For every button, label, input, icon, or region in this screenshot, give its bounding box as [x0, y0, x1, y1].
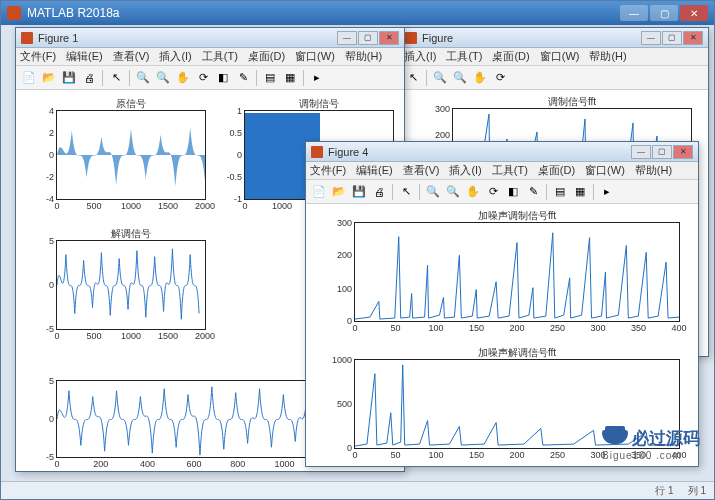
menu-window[interactable]: 窗口(W) — [540, 49, 580, 64]
more-icon[interactable]: ▸ — [308, 69, 326, 87]
figure-toolbar: 📄 📂 💾 🖨 ↖ 🔍 🔍 ✋ ⟳ ◧ ✎ ▤ ▦ ▸ — [306, 180, 698, 204]
matlab-main-window: MATLAB R2018a — ▢ ✕ Figure — ▢ ✕ 插入(I) 工… — [0, 0, 715, 500]
print-icon[interactable]: 🖨 — [370, 183, 388, 201]
zoom-out-icon[interactable]: 🔍 — [444, 183, 462, 201]
new-icon[interactable]: 📄 — [310, 183, 328, 201]
minimize-button[interactable]: — — [620, 5, 648, 21]
new-icon[interactable]: 📄 — [20, 69, 38, 87]
rotate-icon[interactable]: ⟳ — [491, 69, 509, 87]
menu-edit[interactable]: 编辑(E) — [66, 49, 103, 64]
axes-title: 调制信号fft — [453, 95, 691, 109]
colorbar-icon[interactable]: ▦ — [281, 69, 299, 87]
legend-icon[interactable]: ▤ — [261, 69, 279, 87]
minimize-button[interactable]: — — [337, 31, 357, 45]
figure-menubar: 插入(I) 工具(T) 桌面(D) 窗口(W) 帮助(H) — [400, 48, 708, 66]
rotate-icon[interactable]: ⟳ — [194, 69, 212, 87]
print-icon[interactable]: 🖨 — [80, 69, 98, 87]
zoom-out-icon[interactable]: 🔍 — [451, 69, 469, 87]
menu-insert[interactable]: 插入(I) — [404, 49, 436, 64]
minimize-button[interactable]: — — [631, 145, 651, 159]
maximize-button[interactable]: ▢ — [650, 5, 678, 21]
pointer-icon[interactable]: ↖ — [107, 69, 125, 87]
pointer-icon[interactable]: ↖ — [397, 183, 415, 201]
legend-icon[interactable]: ▤ — [551, 183, 569, 201]
menu-desktop[interactable]: 桌面(D) — [248, 49, 285, 64]
rotate-icon[interactable]: ⟳ — [484, 183, 502, 201]
menu-desktop[interactable]: 桌面(D) — [538, 163, 575, 178]
menu-tools[interactable]: 工具(T) — [202, 49, 238, 64]
open-icon[interactable]: 📂 — [330, 183, 348, 201]
menu-help[interactable]: 帮助(H) — [589, 49, 626, 64]
zoom-in-icon[interactable]: 🔍 — [134, 69, 152, 87]
menu-file[interactable]: 文件(F) — [310, 163, 346, 178]
menu-tools[interactable]: 工具(T) — [446, 49, 482, 64]
axes-noisy-mod-fft[interactable]: 加噪声调制信号fft 3002001000 050100150200250300… — [354, 222, 680, 322]
figure-4-window[interactable]: Figure 4 — ▢ ✕ 文件(F) 编辑(E) 查看(V) 插入(I) 工… — [305, 141, 699, 467]
axes-title: 加噪声调制信号fft — [355, 209, 679, 223]
menu-file[interactable]: 文件(F) — [20, 49, 56, 64]
axes-demod[interactable]: 解调信号 50-5 0500100015002000 — [56, 240, 206, 330]
menu-tools[interactable]: 工具(T) — [492, 163, 528, 178]
save-icon[interactable]: 💾 — [350, 183, 368, 201]
zoom-out-icon[interactable]: 🔍 — [154, 69, 172, 87]
close-button[interactable]: ✕ — [683, 31, 703, 45]
menu-edit[interactable]: 编辑(E) — [356, 163, 393, 178]
figure-title: Figure 1 — [38, 32, 78, 44]
window-buttons: — ▢ ✕ — [620, 5, 708, 21]
axes-original[interactable]: 原信号 420-2-4 0500100015002000 — [56, 110, 206, 200]
axes-title: 原信号 — [57, 97, 205, 111]
menu-desktop[interactable]: 桌面(D) — [492, 49, 529, 64]
menu-insert[interactable]: 插入(I) — [159, 49, 191, 64]
plot-line — [57, 111, 205, 199]
status-bar: 行 1 列 1 — [1, 481, 714, 499]
menu-view[interactable]: 查看(V) — [113, 49, 150, 64]
minimize-button[interactable]: — — [641, 31, 661, 45]
pan-icon[interactable]: ✋ — [174, 69, 192, 87]
figure-menubar: 文件(F) 编辑(E) 查看(V) 插入(I) 工具(T) 桌面(D) 窗口(W… — [306, 162, 698, 180]
plot-line — [355, 223, 679, 321]
menu-window[interactable]: 窗口(W) — [585, 163, 625, 178]
figure-icon — [21, 32, 33, 44]
figure-titlebar[interactable]: Figure — ▢ ✕ — [400, 28, 708, 48]
plot-line — [57, 241, 205, 329]
app-title: MATLAB R2018a — [27, 6, 120, 20]
more-icon[interactable]: ▸ — [598, 183, 616, 201]
datatip-icon[interactable]: ◧ — [504, 183, 522, 201]
brush-icon[interactable]: ✎ — [524, 183, 542, 201]
open-icon[interactable]: 📂 — [40, 69, 58, 87]
save-icon[interactable]: 💾 — [60, 69, 78, 87]
pan-icon[interactable]: ✋ — [464, 183, 482, 201]
menu-insert[interactable]: 插入(I) — [449, 163, 481, 178]
zoom-in-icon[interactable]: 🔍 — [431, 69, 449, 87]
axes-title: 调制信号 — [245, 97, 393, 111]
figure-icon — [311, 146, 323, 158]
plot-line — [57, 381, 331, 457]
close-button[interactable]: ✕ — [673, 145, 693, 159]
zoom-in-icon[interactable]: 🔍 — [424, 183, 442, 201]
figure-toolbar: ↖ 🔍 🔍 ✋ ⟳ — [400, 66, 708, 90]
figure-title: Figure 4 — [328, 146, 368, 158]
menu-window[interactable]: 窗口(W) — [295, 49, 335, 64]
cap-icon — [602, 430, 628, 444]
colorbar-icon[interactable]: ▦ — [571, 183, 589, 201]
pan-icon[interactable]: ✋ — [471, 69, 489, 87]
matlab-icon — [7, 6, 21, 20]
menu-help[interactable]: 帮助(H) — [345, 49, 382, 64]
figure-titlebar[interactable]: Figure 4 — ▢ ✕ — [306, 142, 698, 162]
maximize-button[interactable]: ▢ — [652, 145, 672, 159]
menu-help[interactable]: 帮助(H) — [635, 163, 672, 178]
maximize-button[interactable]: ▢ — [662, 31, 682, 45]
brush-icon[interactable]: ✎ — [234, 69, 252, 87]
datatip-icon[interactable]: ◧ — [214, 69, 232, 87]
main-titlebar[interactable]: MATLAB R2018a — ▢ ✕ — [1, 1, 714, 25]
axes-title: 加噪声解调信号fft — [355, 346, 679, 360]
pointer-icon[interactable]: ↖ — [404, 69, 422, 87]
figure-toolbar: 📄 📂 💾 🖨 ↖ 🔍 🔍 ✋ ⟳ ◧ ✎ ▤ ▦ ▸ — [16, 66, 404, 90]
figure-titlebar[interactable]: Figure 1 — ▢ ✕ — [16, 28, 404, 48]
axes-bottom-wave[interactable]: 50-5 020040060080010001200 — [56, 380, 332, 458]
close-button[interactable]: ✕ — [680, 5, 708, 21]
close-button[interactable]: ✕ — [379, 31, 399, 45]
maximize-button[interactable]: ▢ — [358, 31, 378, 45]
figure-icon — [405, 32, 417, 44]
menu-view[interactable]: 查看(V) — [403, 163, 440, 178]
